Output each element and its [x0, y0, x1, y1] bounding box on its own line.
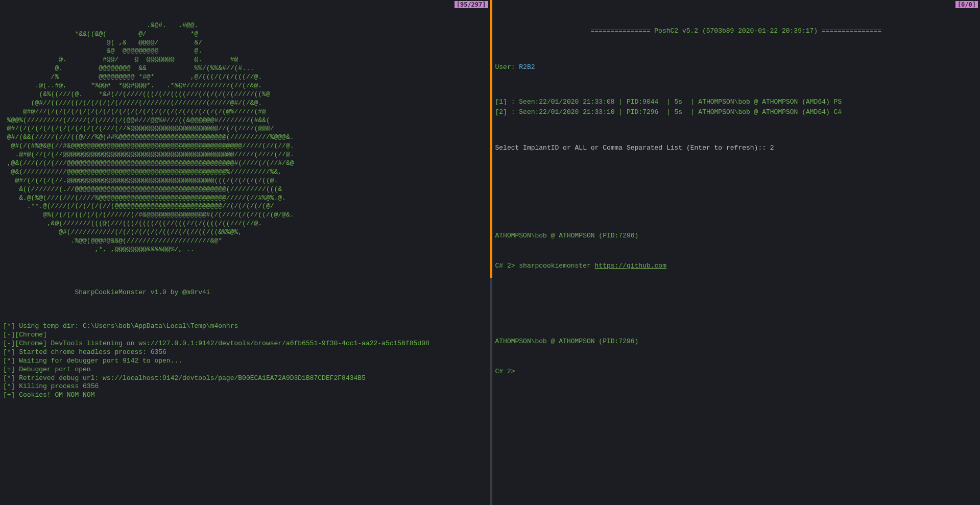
- log-line: [-][Chrome] DevTools listening on ws://1…: [3, 340, 487, 348]
- implant-line[interactable]: [2] : Seen:22/01/2020 21:33:10 | PID:729…: [495, 107, 977, 117]
- ascii-line: @. @@@@@@@@ && %%/(%%&#//(#...: [3, 64, 487, 73]
- log-line: [*] Started chrome headless process: 635…: [3, 348, 487, 357]
- user-line: User: R2B2: [495, 62, 977, 73]
- ascii-line: &@ @@@@@@@@@ @.: [3, 47, 487, 56]
- ascii-line: ,@&(///(/(/(///@@@@@@@@@@@@@@@@@@@@@@@@@…: [3, 159, 487, 168]
- left-pane-badge: [95/297]: [455, 1, 488, 8]
- ascii-line: @#(/(#%@&@(//#&@@@@@@@@@@@@@@@@@@@@@@@@@…: [3, 142, 487, 151]
- ascii-line: @#(///////////(/(/(/(/(/(/((//(/(//((/((…: [3, 228, 487, 237]
- ascii-line: @#/(/(/(/(//.@@@@@@@@@@@@@@@@@@@@@@@@@@@…: [3, 177, 487, 185]
- log-line: [+] Cookies! OM NOM NOM: [3, 391, 487, 400]
- ascii-line: (&%((///(@. *&#(//(////(((/(//((((///(/(…: [3, 90, 487, 99]
- session-2: ATHOMPSON\bob @ ATHOMPSON (PID:7296) C# …: [495, 317, 977, 396]
- ascii-line: *&&((&@( @/ *@: [3, 30, 487, 39]
- ascii-line: @%(/(/(/((/(/(/(//////(/#&@@@@@@@@@@@@@@…: [3, 211, 487, 220]
- left-pane[interactable]: [95/297] .&@#. .#@@. *&&((&@( @/ *@ @( ,…: [0, 0, 490, 505]
- github-url[interactable]: https://github.com: [595, 262, 666, 270]
- log-line: [+] Debugger port open: [3, 366, 487, 374]
- log-line: [*] Retrieved debug url: ws://localhost:…: [3, 374, 487, 383]
- ascii-line: @&(///////////@@@@@@@@@@@@@@@@@@@@@@@@@@…: [3, 168, 487, 177]
- ascii-line: ,*, ,@@@@@@@@&&&&@@%/, ..: [3, 246, 487, 254]
- implant-list: [1] : Seen:22/01/2020 21:33:08 | PID:904…: [495, 97, 977, 117]
- tool-credits: SharpCookieMonster v1.0 by @m0rv4i: [3, 288, 487, 297]
- ascii-line: ,&@(///////(((@(///(((/((((/((//(((//(/(…: [3, 220, 487, 228]
- session-1-prompt[interactable]: C# 2> sharpcookiemonster https://github.…: [495, 261, 977, 271]
- ascii-line: @#@///(/(/(/(/(/(/(/(/(/(/(/(/(/(/(/(/(/…: [3, 108, 487, 116]
- log-line: [-][Chrome]: [3, 331, 487, 340]
- session-2-prompt[interactable]: C# 2>: [495, 367, 977, 377]
- ascii-line: @. #@@/ @ @@@@@@@ @. #@: [3, 56, 487, 64]
- right-pane[interactable]: [0/0] =============== PoshC2 v5.2 (5703b…: [492, 0, 981, 505]
- user-value: R2B2: [519, 63, 535, 71]
- ascii-art-block: .&@#. .#@@. *&&((&@( @/ *@ @( ,& @@@@/ &…: [3, 21, 487, 263]
- ascii-line: (@#//((///((/(/(/(/(/(/////(///////(////…: [3, 99, 487, 108]
- right-terminal-output: =============== PoshC2 v5.2 (5703b89 202…: [492, 0, 981, 426]
- empty-line: [495, 181, 977, 191]
- ascii-line: .**.@(////(/(/(/(/(//(@@@@@@@@@@@@@@@@@@…: [3, 202, 487, 211]
- ascii-line: .%@@(@@@#@&&@(/////////////////////&@*: [3, 237, 487, 246]
- select-prompt[interactable]: Select ImplantID or ALL or Comma Separat…: [495, 143, 977, 153]
- ascii-line: @#/(&&(/////(///((@///%@(##%@@@@@@@@@@@@…: [3, 133, 487, 142]
- poshc2-header: =============== PoshC2 v5.2 (5703b89 202…: [495, 26, 977, 36]
- ascii-line: .&@#. .#@@.: [3, 21, 487, 30]
- session-1-header: ATHOMPSON\bob @ ATHOMPSON (PID:7296): [495, 231, 977, 241]
- ascii-line: @#/(/(/(/(/(/(/(/(/(/(/(///(//&@@@@@@@@@…: [3, 125, 487, 133]
- ascii-line: %@@%(/////////(/////(/(////(/(@@#///@@%#…: [3, 116, 487, 125]
- right-pane-badge: [0/0]: [955, 1, 978, 8]
- ascii-line: @( ,& @@@@/ &/: [3, 39, 487, 47]
- log-line: [*] Waiting for debugger port 9142 to op…: [3, 357, 487, 366]
- session-1: ATHOMPSON\bob @ ATHOMPSON (PID:7296) C# …: [495, 211, 977, 291]
- ascii-line: /% @@@@@@@@@ *#@* ,@/(((/(/(/(((//@.: [3, 73, 487, 82]
- tmux-container: [95/297] .&@#. .#@@. *&&((&@( @/ *@ @( ,…: [0, 0, 980, 505]
- implant-line[interactable]: [1] : Seen:22/01/2020 21:33:08 | PID:904…: [495, 97, 977, 107]
- ascii-line: &.@(%@(///(///(////%@@@@@@@@@@@@@@@@@@@@…: [3, 194, 487, 203]
- log-output: [*] Using temp dir: C:\Users\bob\AppData…: [3, 322, 487, 400]
- log-line: [*] Using temp dir: C:\Users\bob\AppData…: [3, 322, 487, 331]
- log-line: [*] Killing process 6356: [3, 382, 487, 391]
- ascii-line: .@(..#@, *%@@# *@@#@@@*. .*&@#//////////…: [3, 82, 487, 90]
- left-terminal-output: .&@#. .#@@. *&&((&@( @/ *@ @( ,& @@@@/ &…: [0, 0, 490, 421]
- user-label: User:: [495, 63, 519, 71]
- session-2-header: ATHOMPSON\bob @ ATHOMPSON (PID:7296): [495, 336, 977, 347]
- ascii-line: [3, 254, 487, 263]
- ascii-line: .@#@(//(/(//@@@@@@@@@@@@@@@@@@@@@@@@@@@@…: [3, 151, 487, 159]
- ascii-line: &((///////(.//@@@@@@@@@@@@@@@@@@@@@@@@@@…: [3, 185, 487, 194]
